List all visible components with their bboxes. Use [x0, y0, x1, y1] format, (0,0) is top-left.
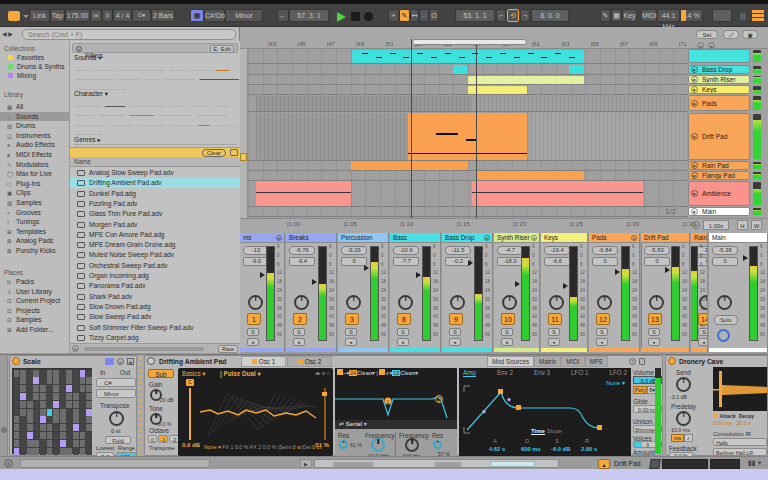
- scale-grid-cell[interactable]: [33, 393, 39, 400]
- mixer-strip-percussion[interactable]: Percussion-9.26060612182430364248603S●: [338, 233, 389, 352]
- scale-grid-cell[interactable]: [80, 401, 86, 408]
- mixer-strip-synth-riser[interactable]: Synth Riser▼-4.7-18.06061218243036424860…: [494, 233, 540, 352]
- controller-icon[interactable]: [8, 11, 20, 21]
- scale-grid-cell[interactable]: [20, 440, 26, 447]
- scale-grid-cell[interactable]: [14, 401, 20, 408]
- scale-grid-cell[interactable]: [86, 401, 92, 408]
- scale-grid-cell[interactable]: [40, 401, 46, 408]
- track-activator[interactable]: 11: [548, 313, 562, 325]
- time-slope-toggle[interactable]: Time Slope: [531, 428, 562, 434]
- osc1-tab[interactable]: Osc 1: [241, 356, 286, 367]
- fader-handle[interactable]: [468, 260, 473, 266]
- io-toggle-1[interactable]: ●: [697, 42, 704, 49]
- sidebar-item-projects[interactable]: ⊡Projects: [0, 306, 70, 315]
- midi-map-button[interactable]: MIDI: [641, 9, 657, 22]
- filter-tag-synthetic[interactable]: Synthetic: [73, 134, 104, 135]
- poly-button[interactable]: Poly: [633, 386, 647, 394]
- scale-grid-cell[interactable]: [80, 409, 86, 416]
- scale-grid-cell[interactable]: [53, 370, 59, 377]
- filters-header[interactable]: Filters E: Edit ▼: [72, 43, 238, 53]
- re-enable-automation-button[interactable]: ↤: [410, 9, 419, 22]
- scale-grid-cell[interactable]: [27, 393, 33, 400]
- file-row[interactable]: Organ Incoming.adg: [70, 271, 240, 281]
- track-activator[interactable]: 8: [397, 313, 411, 325]
- count-in-menu[interactable]: |||: [102, 9, 113, 22]
- mixer-track-name[interactable]: Drift Pad: [641, 233, 689, 243]
- peak-level-value[interactable]: -10.6: [393, 246, 419, 255]
- clip[interactable]: [476, 171, 584, 180]
- tempo-field[interactable]: 175.00: [65, 9, 90, 22]
- scale-grid-cell[interactable]: [33, 424, 39, 431]
- scale-grid-cell[interactable]: [53, 393, 59, 400]
- scale-grid-cell[interactable]: [53, 416, 59, 423]
- sub-button[interactable]: Sub: [148, 369, 174, 378]
- file-row[interactable]: Slow Sweep Pad.adv: [70, 312, 240, 322]
- res1-knob[interactable]: [339, 440, 348, 449]
- track-activator[interactable]: 13: [648, 313, 662, 325]
- res2-knob[interactable]: [433, 440, 442, 449]
- track-play-icon[interactable]: ▶: [691, 133, 698, 140]
- fader-handle[interactable]: [515, 281, 520, 287]
- mixer-track-name[interactable]: Bass: [390, 233, 440, 243]
- results-name-column-header[interactable]: Name: [70, 157, 240, 167]
- sidebar-item-max-for-live[interactable]: ◯Max for Live: [0, 169, 70, 178]
- scale-grid-cell[interactable]: [80, 393, 86, 400]
- solo-button[interactable]: S: [345, 328, 357, 336]
- track-header-rain-pad[interactable]: ▶Rain Pad: [688, 161, 750, 170]
- scale-grid-cell[interactable]: [60, 370, 66, 377]
- peak-level-value[interactable]: -9.26: [341, 246, 367, 255]
- ir-attack[interactable]: 0.00 ms: [713, 420, 732, 426]
- scale-grid-cell[interactable]: [20, 432, 26, 439]
- scale-grid-cell[interactable]: [27, 401, 33, 408]
- filters-collapse-icon[interactable]: ▼: [76, 46, 82, 52]
- track-lane-flangy-pad[interactable]: [248, 171, 688, 181]
- fader-handle[interactable]: [563, 283, 568, 289]
- monitor-button[interactable]: ●: [397, 338, 409, 346]
- mixer-track-name[interactable]: ms▼: [240, 233, 284, 243]
- sidebar-item-mixing[interactable]: Mixing: [0, 71, 70, 80]
- pan-knob[interactable]: [699, 295, 708, 310]
- scale-grid-cell[interactable]: [66, 448, 72, 455]
- device-on-toggle[interactable]: [668, 357, 676, 365]
- filter1-circuit[interactable]: Clean▾: [357, 370, 375, 376]
- mixer-track-name[interactable]: Bass Drop▼: [442, 233, 492, 243]
- clip[interactable]: [453, 65, 467, 74]
- scale-grid-cell[interactable]: [60, 432, 66, 439]
- mixer-strip-bass[interactable]: Bass-10.6-7.760612182430364248608S●: [390, 233, 441, 352]
- pan-knob[interactable]: [398, 295, 413, 310]
- groove-menu[interactable]: 2 Bars: [151, 9, 175, 22]
- scale-grid-cell[interactable]: [73, 424, 79, 431]
- scale-grid-cell[interactable]: [60, 401, 66, 408]
- peak-level-value[interactable]: -5.36: [712, 246, 738, 255]
- track-fold-icon[interactable]: ▼: [631, 235, 637, 241]
- mixer-toggle-icon[interactable]: |||: [740, 12, 745, 19]
- clip[interactable]: [408, 113, 527, 160]
- osc-semi[interactable]: |Semi 0 st: [278, 444, 301, 450]
- pan-knob[interactable]: [717, 295, 732, 310]
- menu-icon[interactable]: [752, 10, 764, 13]
- scale-grid-cell[interactable]: [73, 416, 79, 423]
- mixer-track-name[interactable]: Rain P: [691, 233, 707, 243]
- volume-value[interactable]: 0: [592, 257, 618, 266]
- env-tab-env-[interactable]: Env 2: [497, 369, 513, 377]
- sidebar-item-analog-pads[interactable]: ⊠Analog Pads: [0, 236, 70, 245]
- track-activator[interactable]: 12: [596, 313, 610, 325]
- mixer-strip-drift-pad[interactable]: Drift Pad-5.830606121824303642486013S●: [641, 233, 690, 352]
- scale-grid-cell[interactable]: [20, 424, 26, 431]
- sidebar-item-user-library[interactable]: ♙User Library: [0, 287, 70, 296]
- scale-grid-cell[interactable]: [33, 440, 39, 447]
- scale-grid-cell[interactable]: [66, 377, 72, 384]
- volume-value[interactable]: -9.4: [289, 257, 315, 266]
- mixer-track-name[interactable]: Main: [709, 233, 767, 243]
- edit-filters-button[interactable]: E: Edit: [210, 45, 234, 53]
- wavetable-category[interactable]: Basics ▾: [182, 370, 205, 377]
- file-row[interactable]: Drifting Ambient Pad.adv: [70, 178, 240, 188]
- filter-routing[interactable]: ⇄ Serial ▾: [335, 420, 457, 429]
- file-row[interactable]: Shark Pad.adv: [70, 292, 240, 302]
- solo-button[interactable]: S: [293, 328, 305, 336]
- scale-grid-cell[interactable]: [66, 409, 72, 416]
- file-row[interactable]: Morgen Pad.adv: [70, 220, 240, 230]
- scale-grid-cell[interactable]: [33, 409, 39, 416]
- track-fold-icon[interactable]: ▼: [276, 235, 282, 241]
- scale-grid-cell[interactable]: [86, 409, 92, 416]
